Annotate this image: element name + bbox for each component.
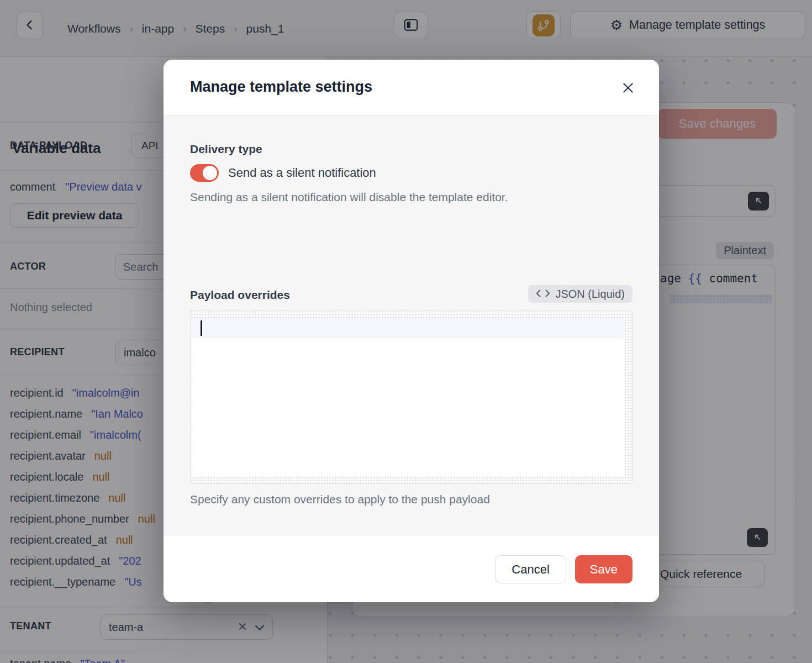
payload-overrides-editor[interactable] bbox=[190, 310, 632, 484]
modal-footer: Cancel Save bbox=[164, 535, 659, 602]
code-icon bbox=[536, 288, 550, 301]
close-button[interactable] bbox=[619, 80, 637, 97]
modal-header: Manage template settings bbox=[164, 60, 659, 115]
silent-notification-row: Send as a silent notification bbox=[190, 164, 376, 182]
save-button[interactable]: Save bbox=[575, 555, 632, 583]
text-cursor bbox=[201, 320, 202, 336]
app: Workflows › in-app › Steps › push_1 ⚙ Ma… bbox=[0, 0, 812, 663]
language-badge-label: JSON (Liquid) bbox=[555, 288, 625, 301]
payload-helper-text: Specify any custom overrides to apply to… bbox=[190, 493, 490, 506]
modal-body: Delivery type Send as a silent notificat… bbox=[164, 115, 659, 535]
modal-title: Manage template settings bbox=[190, 78, 372, 96]
manage-template-settings-modal: Manage template settings Delivery type S… bbox=[164, 60, 659, 602]
editor-active-line bbox=[192, 318, 624, 338]
delivery-helper-text: Sending as a silent notification will di… bbox=[190, 191, 508, 204]
close-icon bbox=[621, 81, 635, 97]
payload-overrides-heading: Payload overrides bbox=[190, 288, 290, 302]
silent-toggle-label: Send as a silent notification bbox=[228, 166, 376, 180]
cancel-button[interactable]: Cancel bbox=[495, 555, 566, 583]
editor-content bbox=[192, 318, 624, 477]
toggle-knob bbox=[203, 166, 217, 180]
language-badge: JSON (Liquid) bbox=[528, 285, 632, 303]
silent-toggle[interactable] bbox=[190, 164, 219, 182]
delivery-type-heading: Delivery type bbox=[190, 143, 262, 156]
